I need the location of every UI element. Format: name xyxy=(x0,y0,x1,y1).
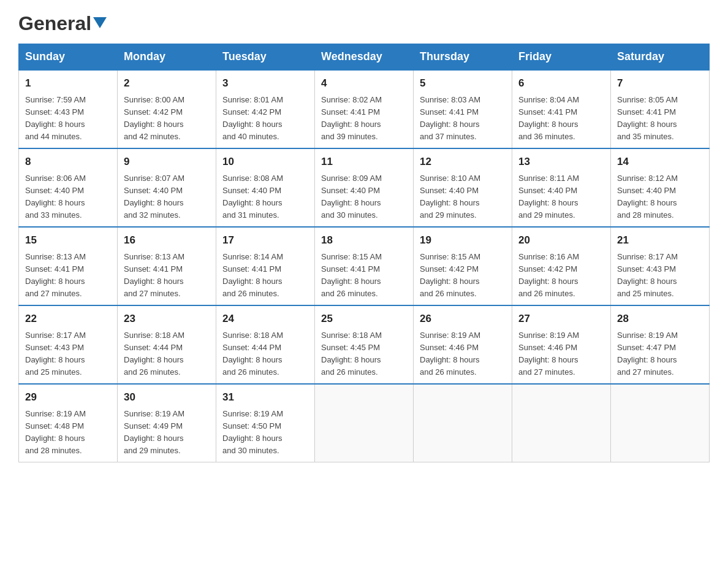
calendar-week-1: 1Sunrise: 7:59 AMSunset: 4:43 PMDaylight… xyxy=(19,70,710,148)
day-number: 15 xyxy=(25,232,111,248)
day-info: Sunrise: 8:09 AMSunset: 4:40 PMDaylight:… xyxy=(321,172,407,222)
calendar-cell: 7Sunrise: 8:05 AMSunset: 4:41 PMDaylight… xyxy=(611,70,710,148)
calendar-cell: 24Sunrise: 8:18 AMSunset: 4:44 PMDayligh… xyxy=(216,305,315,384)
day-info: Sunrise: 8:19 AMSunset: 4:47 PMDaylight:… xyxy=(617,329,703,379)
calendar-cell: 11Sunrise: 8:09 AMSunset: 4:40 PMDayligh… xyxy=(315,148,414,227)
calendar-cell: 25Sunrise: 8:18 AMSunset: 4:45 PMDayligh… xyxy=(315,305,414,384)
day-info: Sunrise: 8:13 AMSunset: 4:41 PMDaylight:… xyxy=(25,251,111,301)
day-number: 19 xyxy=(420,232,506,248)
weekday-header-wednesday: Wednesday xyxy=(315,44,414,71)
day-info: Sunrise: 8:19 AMSunset: 4:48 PMDaylight:… xyxy=(25,408,111,458)
calendar-cell xyxy=(315,384,414,462)
day-number: 30 xyxy=(124,389,210,405)
calendar-week-2: 8Sunrise: 8:06 AMSunset: 4:40 PMDaylight… xyxy=(19,148,710,227)
day-number: 5 xyxy=(420,75,506,91)
day-info: Sunrise: 8:15 AMSunset: 4:42 PMDaylight:… xyxy=(420,251,506,301)
calendar-week-3: 15Sunrise: 8:13 AMSunset: 4:41 PMDayligh… xyxy=(19,227,710,305)
day-number: 23 xyxy=(124,311,210,327)
day-info: Sunrise: 8:16 AMSunset: 4:42 PMDaylight:… xyxy=(518,251,604,301)
day-info: Sunrise: 8:05 AMSunset: 4:41 PMDaylight:… xyxy=(617,94,703,144)
day-number: 22 xyxy=(25,311,111,327)
day-number: 26 xyxy=(420,311,506,327)
calendar-cell: 26Sunrise: 8:19 AMSunset: 4:46 PMDayligh… xyxy=(414,305,512,384)
day-info: Sunrise: 8:07 AMSunset: 4:40 PMDaylight:… xyxy=(124,172,210,222)
calendar-cell: 14Sunrise: 8:12 AMSunset: 4:40 PMDayligh… xyxy=(611,148,710,227)
day-info: Sunrise: 8:15 AMSunset: 4:41 PMDaylight:… xyxy=(321,251,407,301)
calendar-cell: 18Sunrise: 8:15 AMSunset: 4:41 PMDayligh… xyxy=(315,227,414,305)
day-number: 31 xyxy=(222,389,308,405)
day-info: Sunrise: 8:19 AMSunset: 4:49 PMDaylight:… xyxy=(124,408,210,458)
day-number: 16 xyxy=(124,232,210,248)
calendar-cell: 21Sunrise: 8:17 AMSunset: 4:43 PMDayligh… xyxy=(611,227,710,305)
weekday-header-monday: Monday xyxy=(118,44,216,71)
day-info: Sunrise: 8:18 AMSunset: 4:44 PMDaylight:… xyxy=(124,329,210,379)
day-info: Sunrise: 8:08 AMSunset: 4:40 PMDaylight:… xyxy=(222,172,308,222)
calendar-cell xyxy=(611,384,710,462)
calendar-cell: 17Sunrise: 8:14 AMSunset: 4:41 PMDayligh… xyxy=(216,227,315,305)
day-number: 4 xyxy=(321,75,407,91)
calendar-cell: 16Sunrise: 8:13 AMSunset: 4:41 PMDayligh… xyxy=(118,227,216,305)
weekday-header-friday: Friday xyxy=(512,44,611,71)
calendar-cell: 15Sunrise: 8:13 AMSunset: 4:41 PMDayligh… xyxy=(19,227,118,305)
day-number: 3 xyxy=(222,75,308,91)
calendar-cell: 27Sunrise: 8:19 AMSunset: 4:46 PMDayligh… xyxy=(512,305,611,384)
calendar-cell xyxy=(414,384,512,462)
day-info: Sunrise: 8:19 AMSunset: 4:50 PMDaylight:… xyxy=(222,408,308,458)
weekday-header-sunday: Sunday xyxy=(19,44,118,71)
day-number: 25 xyxy=(321,311,407,327)
day-info: Sunrise: 8:04 AMSunset: 4:41 PMDaylight:… xyxy=(518,94,604,144)
day-info: Sunrise: 8:11 AMSunset: 4:40 PMDaylight:… xyxy=(518,172,604,222)
calendar-cell: 5Sunrise: 8:03 AMSunset: 4:41 PMDaylight… xyxy=(414,70,512,148)
calendar-cell: 22Sunrise: 8:17 AMSunset: 4:43 PMDayligh… xyxy=(19,305,118,384)
day-number: 2 xyxy=(124,75,210,91)
day-number: 9 xyxy=(124,154,210,170)
calendar-cell: 1Sunrise: 7:59 AMSunset: 4:43 PMDaylight… xyxy=(19,70,118,148)
day-number: 21 xyxy=(617,232,703,248)
calendar-table: SundayMondayTuesdayWednesdayThursdayFrid… xyxy=(18,44,710,462)
day-info: Sunrise: 8:14 AMSunset: 4:41 PMDaylight:… xyxy=(222,251,308,301)
calendar-cell: 31Sunrise: 8:19 AMSunset: 4:50 PMDayligh… xyxy=(216,384,315,462)
calendar-cell: 4Sunrise: 8:02 AMSunset: 4:41 PMDaylight… xyxy=(315,70,414,148)
calendar-cell: 6Sunrise: 8:04 AMSunset: 4:41 PMDaylight… xyxy=(512,70,611,148)
weekday-header-saturday: Saturday xyxy=(611,44,710,71)
day-number: 6 xyxy=(518,75,604,91)
calendar-cell: 19Sunrise: 8:15 AMSunset: 4:42 PMDayligh… xyxy=(414,227,512,305)
day-number: 11 xyxy=(321,154,407,170)
day-number: 18 xyxy=(321,232,407,248)
calendar-cell xyxy=(512,384,611,462)
calendar-cell: 30Sunrise: 8:19 AMSunset: 4:49 PMDayligh… xyxy=(118,384,216,462)
day-info: Sunrise: 8:19 AMSunset: 4:46 PMDaylight:… xyxy=(420,329,506,379)
calendar-cell: 23Sunrise: 8:18 AMSunset: 4:44 PMDayligh… xyxy=(118,305,216,384)
day-number: 7 xyxy=(617,75,703,91)
day-number: 10 xyxy=(222,154,308,170)
day-info: Sunrise: 7:59 AMSunset: 4:43 PMDaylight:… xyxy=(25,94,111,144)
calendar-cell: 8Sunrise: 8:06 AMSunset: 4:40 PMDaylight… xyxy=(19,148,118,227)
calendar-cell: 29Sunrise: 8:19 AMSunset: 4:48 PMDayligh… xyxy=(19,384,118,462)
calendar-cell: 3Sunrise: 8:01 AMSunset: 4:42 PMDaylight… xyxy=(216,70,315,148)
day-number: 28 xyxy=(617,311,703,327)
day-info: Sunrise: 8:12 AMSunset: 4:40 PMDaylight:… xyxy=(617,172,703,222)
calendar-cell: 20Sunrise: 8:16 AMSunset: 4:42 PMDayligh… xyxy=(512,227,611,305)
logo-general: General xyxy=(18,12,91,35)
day-number: 27 xyxy=(518,311,604,327)
day-info: Sunrise: 8:06 AMSunset: 4:40 PMDaylight:… xyxy=(25,172,111,222)
calendar-cell: 12Sunrise: 8:10 AMSunset: 4:40 PMDayligh… xyxy=(414,148,512,227)
day-number: 14 xyxy=(617,154,703,170)
calendar-week-5: 29Sunrise: 8:19 AMSunset: 4:48 PMDayligh… xyxy=(19,384,710,462)
day-info: Sunrise: 8:03 AMSunset: 4:41 PMDaylight:… xyxy=(420,94,506,144)
day-info: Sunrise: 8:18 AMSunset: 4:44 PMDaylight:… xyxy=(222,329,308,379)
calendar-week-4: 22Sunrise: 8:17 AMSunset: 4:43 PMDayligh… xyxy=(19,305,710,384)
day-info: Sunrise: 8:13 AMSunset: 4:41 PMDaylight:… xyxy=(124,251,210,301)
day-info: Sunrise: 8:02 AMSunset: 4:41 PMDaylight:… xyxy=(321,94,407,144)
weekday-header-tuesday: Tuesday xyxy=(216,44,315,71)
day-number: 12 xyxy=(420,154,506,170)
logo-triangle-icon xyxy=(93,17,107,28)
day-number: 1 xyxy=(25,75,111,91)
day-info: Sunrise: 8:19 AMSunset: 4:46 PMDaylight:… xyxy=(518,329,604,379)
day-number: 29 xyxy=(25,389,111,405)
svg-marker-0 xyxy=(93,17,107,28)
calendar-cell: 10Sunrise: 8:08 AMSunset: 4:40 PMDayligh… xyxy=(216,148,315,227)
logo: General xyxy=(18,12,107,31)
day-info: Sunrise: 8:00 AMSunset: 4:42 PMDaylight:… xyxy=(124,94,210,144)
page-header: General xyxy=(18,12,710,31)
